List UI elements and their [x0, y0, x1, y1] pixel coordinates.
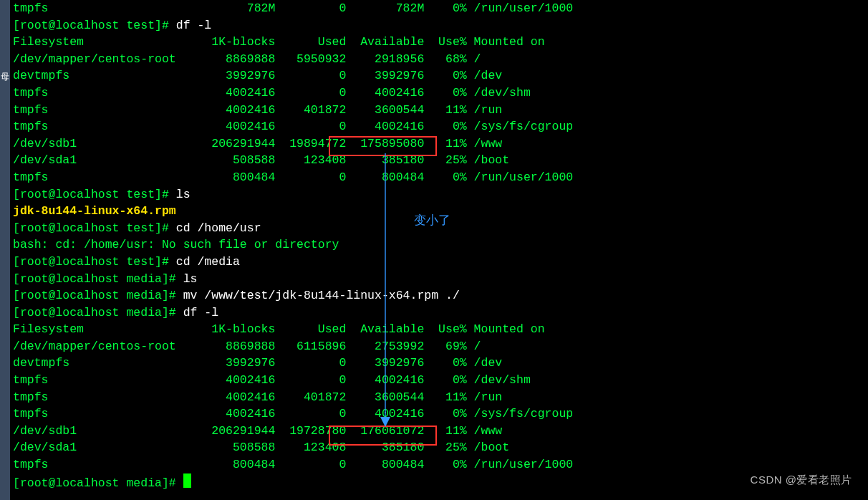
cursor: [183, 473, 191, 488]
terminal-area[interactable]: tmpfs 782M 0 782M 0% /run/user/1000 [roo…: [0, 0, 868, 491]
annotation-label: 变小了: [414, 212, 450, 229]
watermark-text: CSDN @爱看老照片: [751, 471, 852, 489]
